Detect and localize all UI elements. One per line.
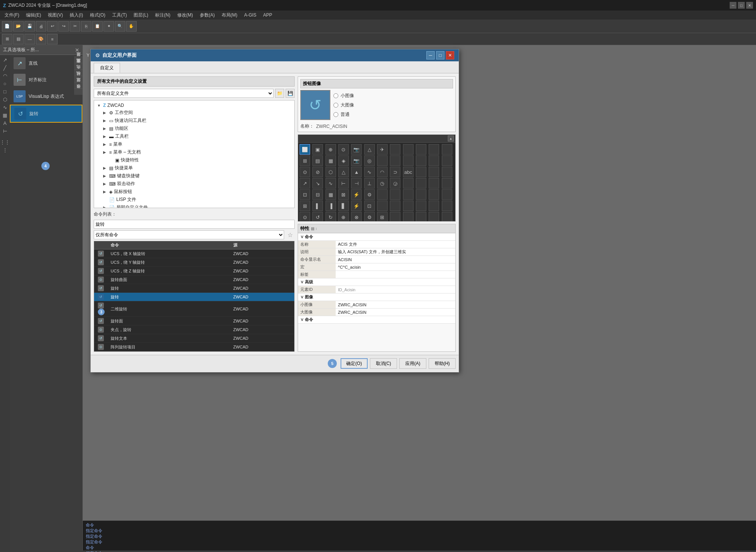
cmd-row-ucs-x[interactable]: ↺ UCS，绕 X 轴旋转 ZWCAD <box>94 249 294 258</box>
icon-cell-40[interactable]: ⊣ <box>351 178 362 189</box>
menu-layers[interactable]: 图层(L) <box>131 11 151 19</box>
icon-cell-6[interactable]: ✈ <box>377 144 388 155</box>
icon-cell-5[interactable]: △ <box>364 144 375 155</box>
icon-cell-51[interactable]: ⊠ <box>338 189 349 200</box>
cmd-row-rotate2-selected[interactable]: ↺ 旋转 ZWCAD <box>94 293 294 301</box>
cmd-row-grip-rotate[interactable]: ⊙ 夹点，旋转 ZWCAD <box>94 325 294 334</box>
tool-dim[interactable]: ⊢ <box>2 128 8 135</box>
sidebar-label-mechanical[interactable]: 机械 <box>74 76 82 82</box>
icon-cell-71[interactable] <box>442 201 452 211</box>
icon-cell-34[interactable] <box>429 167 439 177</box>
icon-cell-50[interactable]: ▦ <box>326 189 336 200</box>
tool-item-lisp[interactable]: LSP VisualLisp 表达式 <box>10 88 82 105</box>
icon-cell-60[interactable]: ⊞ <box>300 201 310 211</box>
menu-insert[interactable]: 插入(I) <box>67 11 86 19</box>
icon-cell-14[interactable]: ▦ <box>326 155 336 166</box>
icon-cell-0[interactable]: ⬜ <box>300 144 310 155</box>
cmd-row-ucs-z[interactable]: ↺ UCS，绕 Z 轴旋转 ZWCAD <box>94 267 294 275</box>
toolbox-close-btn[interactable]: ✕ <box>75 47 79 53</box>
icon-cell-12[interactable]: ⊞ <box>300 155 310 166</box>
cmd-row-rotate-face[interactable]: ↺ 旋转面 ZWCAD <box>94 317 294 325</box>
menu-agis[interactable]: A-GIS <box>241 12 260 18</box>
icon-cell-35[interactable] <box>442 167 452 177</box>
folder-btn[interactable]: 📁 <box>275 89 284 98</box>
sidebar-label-fill[interactable]: 填充图案 <box>74 63 82 69</box>
menu-param[interactable]: 参数(A) <box>197 11 218 19</box>
radio-small-input[interactable] <box>333 93 338 98</box>
cmd-row-rotate-text[interactable]: ↺ 旋转文本 ZWCAD <box>94 334 294 343</box>
icon-cell-22[interactable] <box>429 155 439 166</box>
props-row-element-id[interactable]: 元素ID ID_Acisin <box>298 286 455 293</box>
tb-layer[interactable]: ⊞ <box>2 34 12 44</box>
icon-cell-47[interactable] <box>442 178 452 189</box>
sidebar-label-electric[interactable]: 电力 <box>74 69 82 76</box>
tree-item-partial[interactable]: ▶ 📄 局部自定义文件 <box>96 204 293 208</box>
tree-item-lisp[interactable]: 📄 LISP 文件 <box>96 196 293 204</box>
btn-ok[interactable]: 确定(O) <box>341 358 368 369</box>
tree-item-toolbar[interactable]: ▶ ▬ 工具栏 <box>96 132 293 140</box>
icon-cell-80[interactable] <box>403 212 414 222</box>
tool-item-line[interactable]: ↗ 直线 <box>10 55 82 71</box>
tree-item-quickprop[interactable]: ▣ 快捷特性 <box>96 156 293 164</box>
file-dropdown[interactable]: 所有自定义文件 <box>94 89 274 98</box>
cmd-row-rotate1[interactable]: ↺ 旋转 ZWCAD <box>94 284 294 293</box>
icon-cell-54[interactable] <box>377 189 388 200</box>
btn-cancel[interactable]: 取消(C) <box>370 358 397 369</box>
props-row-large-img[interactable]: 大图像 ZWRC_ACISIN <box>298 309 455 316</box>
props-row-small-img[interactable]: 小图像 ZWRC_ACISIN <box>298 301 455 309</box>
icon-cell-28[interactable]: ▲ <box>351 167 362 177</box>
tb-cut[interactable]: ✂ <box>70 21 80 32</box>
icon-cell-18[interactable] <box>377 155 388 166</box>
props-row-macro[interactable]: 宏 ^C^C_acisin <box>298 263 455 271</box>
icon-cell-56[interactable] <box>403 189 414 200</box>
tb-match[interactable]: ✦ <box>103 21 114 32</box>
icon-cell-75[interactable]: ⊕ <box>338 212 349 222</box>
tool-spline[interactable]: ∿ <box>2 104 8 111</box>
sidebar-label-modify[interactable]: 修改 <box>74 88 82 95</box>
tree-item-mouse[interactable]: ▶ ◈ 鼠标按钮 <box>96 188 293 196</box>
icon-cell-29[interactable]: ∿ <box>364 167 375 177</box>
icon-grid-container[interactable]: ▲ ⬜ ▣ ⊕ ⊙ 📷 △ ✈ <box>298 134 456 222</box>
tb-copy[interactable]: ⎘ <box>81 21 91 32</box>
icon-cell-64[interactable]: ⚡ <box>351 201 362 211</box>
icon-cell-37[interactable]: ↘ <box>312 178 323 189</box>
tb-undo[interactable]: ↩ <box>47 21 58 32</box>
favorite-btn[interactable]: ☆ <box>286 230 295 239</box>
menu-file[interactable]: 文件(F) <box>2 11 22 19</box>
icon-cell-42[interactable]: ◷ <box>377 178 388 189</box>
cmd-search-input[interactable] <box>94 220 295 229</box>
radio-small[interactable]: 小图像 <box>333 93 354 99</box>
icon-cell-67[interactable] <box>390 201 400 211</box>
icon-cell-38[interactable]: ∿ <box>326 178 336 189</box>
menu-edit[interactable]: 编辑(E) <box>23 11 44 19</box>
props-row-desc[interactable]: 说明 输入 ACIS(SAT) 文件，并创建三维实 <box>298 248 455 256</box>
tool-hatch[interactable]: ▦ <box>2 112 8 119</box>
icon-cell-61[interactable]: ▌ <box>312 201 323 211</box>
icon-cell-82[interactable] <box>429 212 439 222</box>
tool-line[interactable]: ╱ <box>3 64 7 71</box>
icon-cell-24[interactable]: ⊙ <box>300 167 310 177</box>
icon-cell-31[interactable]: ⊃ <box>390 167 400 177</box>
tool-text[interactable]: A <box>3 120 8 127</box>
icon-cell-44[interactable] <box>403 178 414 189</box>
icon-cell-33[interactable] <box>416 167 426 177</box>
tb-props[interactable]: ▤ <box>13 34 24 44</box>
tree-item-menu[interactable]: ▶ ≡ 菜单 <box>96 140 293 148</box>
cmd-row-rotate-surface[interactable]: ⊙ 旋转曲面 ZWCAD <box>94 275 294 284</box>
icon-cell-27[interactable]: △ <box>338 167 349 177</box>
radio-normal[interactable]: 普通 <box>333 111 354 118</box>
icon-cell-55[interactable] <box>390 189 400 200</box>
icon-cell-59[interactable] <box>442 189 452 200</box>
icon-cell-70[interactable] <box>429 201 439 211</box>
tree-item-contextmenu[interactable]: ▶ ▤ 快捷菜单 <box>96 164 293 172</box>
icon-cell-15[interactable]: ◈ <box>338 155 349 166</box>
icon-cell-65[interactable]: ⊡ <box>364 201 375 211</box>
icon-cell-19[interactable] <box>390 155 400 166</box>
icon-cell-41[interactable]: ⊥ <box>364 178 375 189</box>
tool-more2[interactable]: ⋮ <box>2 146 8 154</box>
icon-cell-1[interactable]: ▣ <box>312 144 323 155</box>
props-row-name[interactable]: 名称 ACIS 文件 <box>298 241 455 248</box>
dialog-maximize-btn[interactable]: □ <box>436 51 444 59</box>
dialog-close-btn[interactable]: ✕ <box>446 51 454 59</box>
icon-cell-30[interactable]: ◠ <box>377 167 388 177</box>
